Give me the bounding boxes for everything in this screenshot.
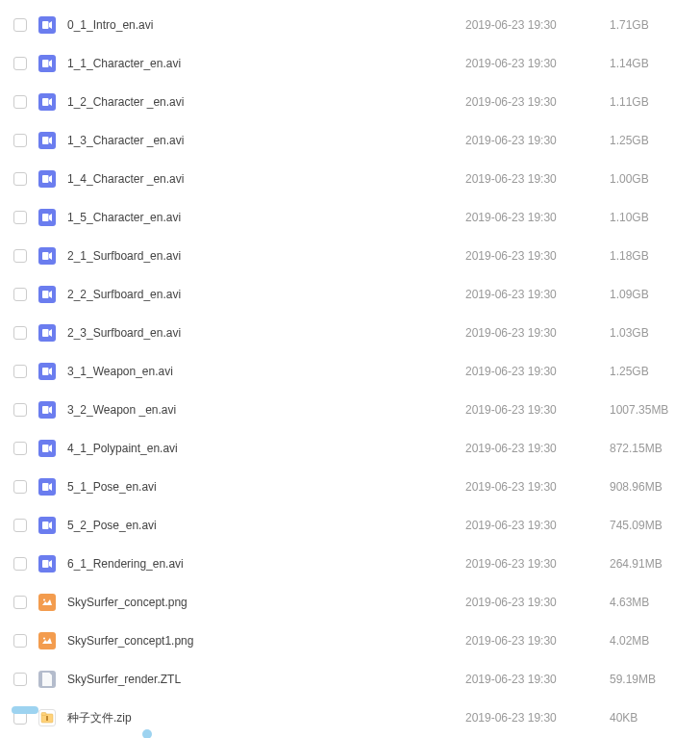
file-checkbox[interactable] xyxy=(13,211,27,224)
icon-cell xyxy=(35,247,60,265)
video-file-icon xyxy=(38,440,56,457)
svg-rect-20 xyxy=(41,713,46,716)
file-checkbox[interactable] xyxy=(13,557,27,571)
file-row[interactable]: 5_1_Pose_en.avi2019-06-23 19:30908.96MB xyxy=(0,468,700,506)
svg-rect-12 xyxy=(42,483,49,491)
icon-cell xyxy=(35,517,60,534)
file-row[interactable]: 5_2_Pose_en.avi2019-06-23 19:30745.09MB xyxy=(0,506,700,545)
file-row[interactable]: SkySurfer_concept1.png2019-06-23 19:304.… xyxy=(0,622,700,660)
svg-rect-2 xyxy=(42,98,49,106)
icon-cell xyxy=(35,363,60,380)
file-name[interactable]: 2_1_Surfboard_en.avi xyxy=(60,249,465,263)
file-date: 2019-06-23 19:30 xyxy=(465,365,610,378)
icon-cell xyxy=(35,555,60,573)
zip-file-icon xyxy=(38,709,56,726)
file-size: 4.02MB xyxy=(610,634,687,648)
file-row[interactable]: 6_1_Rendering_en.avi2019-06-23 19:30264.… xyxy=(0,545,700,583)
file-checkbox[interactable] xyxy=(13,442,27,455)
file-name[interactable]: SkySurfer_concept.png xyxy=(60,596,465,609)
file-name[interactable]: SkySurfer_concept1.png xyxy=(60,634,465,648)
file-size: 1.00GB xyxy=(610,172,687,186)
svg-point-16 xyxy=(43,599,45,601)
svg-rect-4 xyxy=(42,175,49,183)
file-date: 2019-06-23 19:30 xyxy=(465,403,610,417)
file-row[interactable]: 1_4_Character _en.avi2019-06-23 19:301.0… xyxy=(0,160,700,198)
file-checkbox[interactable] xyxy=(13,365,27,378)
file-name[interactable]: 1_3_Character _en.avi xyxy=(60,134,465,147)
svg-rect-6 xyxy=(42,252,49,260)
video-file-icon xyxy=(38,478,56,496)
svg-rect-5 xyxy=(42,214,49,221)
file-size: 745.09MB xyxy=(610,519,687,532)
file-name[interactable]: 5_1_Pose_en.avi xyxy=(60,480,465,494)
file-row[interactable]: SkySurfer_render.ZTL2019-06-23 19:3059.1… xyxy=(0,660,700,699)
video-file-icon xyxy=(38,555,56,573)
icon-cell xyxy=(35,55,60,72)
file-row[interactable]: 种子文件.zip2019-06-23 19:3040KB xyxy=(0,699,700,737)
file-checkbox[interactable] xyxy=(13,18,27,32)
file-name[interactable]: 1_1_Character_en.avi xyxy=(60,57,465,70)
file-checkbox[interactable] xyxy=(13,172,27,186)
file-checkbox[interactable] xyxy=(13,288,27,301)
file-checkbox[interactable] xyxy=(13,519,27,532)
icon-cell xyxy=(35,709,60,726)
video-file-icon xyxy=(38,170,56,188)
file-name[interactable]: 3_2_Weapon _en.avi xyxy=(60,403,465,417)
file-name[interactable]: 5_2_Pose_en.avi xyxy=(60,519,465,532)
file-name[interactable]: 0_1_Intro_en.avi xyxy=(60,18,465,32)
file-date: 2019-06-23 19:30 xyxy=(465,673,610,686)
svg-rect-13 xyxy=(42,522,49,529)
file-checkbox[interactable] xyxy=(13,596,27,609)
svg-rect-10 xyxy=(42,406,49,414)
file-name[interactable]: 4_1_Polypaint_en.avi xyxy=(60,442,465,455)
svg-rect-7 xyxy=(42,291,49,298)
file-checkbox[interactable] xyxy=(13,249,27,263)
checkbox-cell xyxy=(13,480,35,494)
checkbox-cell xyxy=(13,596,35,609)
file-checkbox[interactable] xyxy=(13,480,27,494)
file-name[interactable]: 3_1_Weapon_en.avi xyxy=(60,365,465,378)
file-checkbox[interactable] xyxy=(13,134,27,147)
icon-cell xyxy=(35,132,60,149)
file-checkbox[interactable] xyxy=(13,57,27,70)
file-name[interactable]: 2_2_Surfboard_en.avi xyxy=(60,288,465,301)
file-date: 2019-06-23 19:30 xyxy=(465,519,610,532)
file-size: 1.10GB xyxy=(610,211,687,224)
file-checkbox[interactable] xyxy=(13,326,27,340)
checkbox-cell xyxy=(13,95,35,109)
file-row[interactable]: 3_1_Weapon_en.avi2019-06-23 19:301.25GB xyxy=(0,352,700,391)
video-file-icon xyxy=(38,209,56,226)
file-date: 2019-06-23 19:30 xyxy=(465,442,610,455)
file-row[interactable]: 1_5_Character_en.avi2019-06-23 19:301.10… xyxy=(0,198,700,237)
file-checkbox[interactable] xyxy=(13,403,27,417)
file-checkbox[interactable] xyxy=(13,673,27,686)
file-row[interactable]: SkySurfer_concept.png2019-06-23 19:304.6… xyxy=(0,583,700,622)
file-date: 2019-06-23 19:30 xyxy=(465,596,610,609)
checkbox-cell xyxy=(13,634,35,648)
file-name[interactable]: SkySurfer_render.ZTL xyxy=(60,673,465,686)
file-name[interactable]: 1_5_Character_en.avi xyxy=(60,211,465,224)
file-date: 2019-06-23 19:30 xyxy=(465,711,610,725)
file-row[interactable]: 1_2_Character _en.avi2019-06-23 19:301.1… xyxy=(0,83,700,121)
file-checkbox[interactable] xyxy=(13,95,27,109)
file-checkbox[interactable] xyxy=(13,634,27,648)
file-name[interactable]: 6_1_Rendering_en.avi xyxy=(60,557,465,571)
file-row[interactable]: 3_2_Weapon _en.avi2019-06-23 19:301007.3… xyxy=(0,391,700,429)
file-name[interactable]: 1_4_Character _en.avi xyxy=(60,172,465,186)
file-row[interactable]: 2_1_Surfboard_en.avi2019-06-23 19:301.18… xyxy=(0,237,700,275)
file-row[interactable]: 4_1_Polypaint_en.avi2019-06-23 19:30872.… xyxy=(0,429,700,468)
file-name[interactable]: 2_3_Surfboard_en.avi xyxy=(60,326,465,340)
file-name[interactable]: 1_2_Character _en.avi xyxy=(60,95,465,109)
file-name[interactable]: 种子文件.zip xyxy=(60,710,465,726)
checkbox-cell xyxy=(13,249,35,263)
file-row[interactable]: 2_2_Surfboard_en.avi2019-06-23 19:301.09… xyxy=(0,275,700,314)
file-row[interactable]: 1_1_Character_en.avi2019-06-23 19:301.14… xyxy=(0,44,700,83)
file-row[interactable]: 2_3_Surfboard_en.avi2019-06-23 19:301.03… xyxy=(0,314,700,352)
svg-rect-21 xyxy=(46,716,48,721)
icon-cell xyxy=(35,440,60,457)
generic-file-icon xyxy=(38,671,56,688)
file-size: 1.25GB xyxy=(610,134,687,147)
video-file-icon xyxy=(38,324,56,342)
file-row[interactable]: 0_1_Intro_en.avi2019-06-23 19:301.71GB xyxy=(0,6,700,44)
file-row[interactable]: 1_3_Character _en.avi2019-06-23 19:301.2… xyxy=(0,121,700,160)
